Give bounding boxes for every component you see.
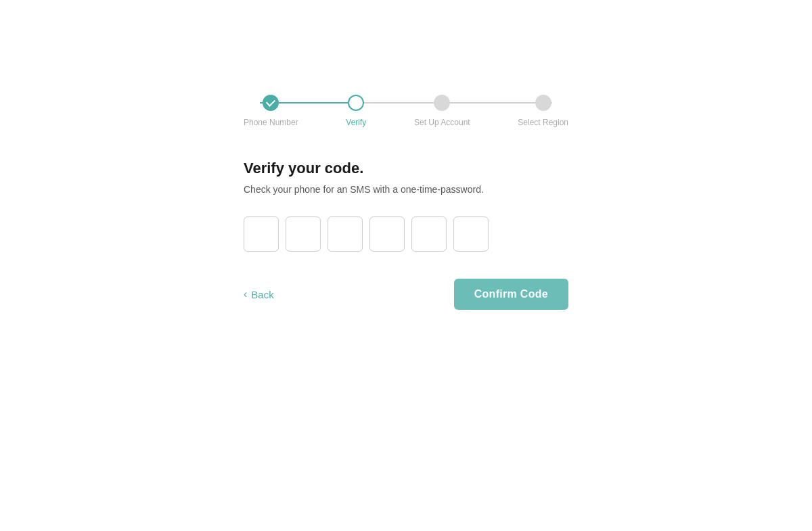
otp-input-3[interactable] xyxy=(328,216,363,252)
step-verify: Verify xyxy=(346,95,366,127)
step-setup-account-label: Set Up Account xyxy=(414,118,470,127)
form-actions: ‹ Back Confirm Code xyxy=(244,279,568,310)
form-subtitle: Check your phone for an SMS with a one-t… xyxy=(244,184,484,195)
back-button[interactable]: ‹ Back xyxy=(244,288,274,300)
form-content: Verify your code. Check your phone for a… xyxy=(244,160,568,310)
otp-input-4[interactable] xyxy=(369,216,405,252)
otp-input-6[interactable] xyxy=(453,216,489,252)
step-phone-number-label: Phone Number xyxy=(244,118,298,127)
otp-input-2[interactable] xyxy=(286,216,321,252)
back-label: Back xyxy=(251,289,273,300)
step-verify-label: Verify xyxy=(346,118,366,127)
page-container: Phone Number Verify Set Up Account Selec… xyxy=(244,95,568,310)
step-phone-number-circle xyxy=(263,95,279,111)
step-setup-account-circle xyxy=(434,95,450,111)
otp-input-5[interactable] xyxy=(411,216,447,252)
chevron-left-icon: ‹ xyxy=(244,288,247,300)
stepper: Phone Number Verify Set Up Account Selec… xyxy=(244,95,568,127)
step-verify-circle xyxy=(348,95,364,111)
step-setup-account: Set Up Account xyxy=(414,95,470,127)
step-phone-number: Phone Number xyxy=(244,95,298,127)
form-title: Verify your code. xyxy=(244,160,363,177)
otp-input-1[interactable] xyxy=(244,216,279,252)
step-select-region-circle xyxy=(535,95,551,111)
step-select-region-label: Select Region xyxy=(518,118,568,127)
confirm-code-button[interactable]: Confirm Code xyxy=(454,279,568,310)
otp-input-group xyxy=(244,216,489,252)
step-select-region: Select Region xyxy=(518,95,568,127)
